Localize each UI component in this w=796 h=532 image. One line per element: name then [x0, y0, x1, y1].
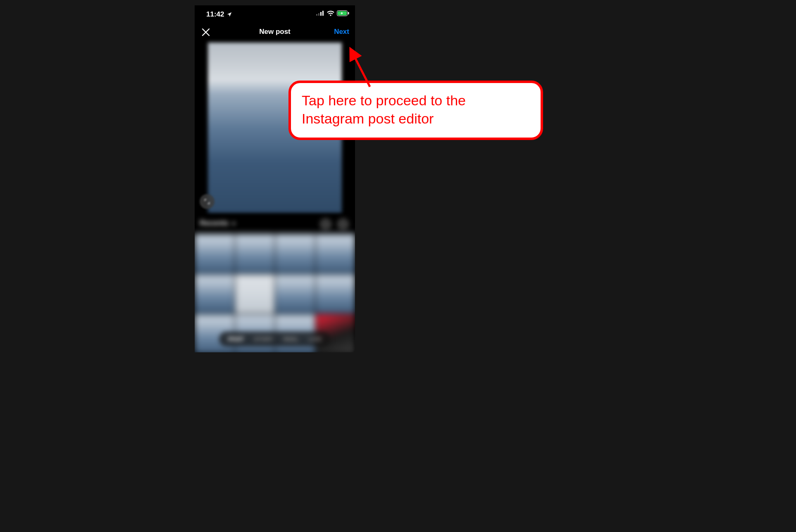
mode-switcher[interactable]: POST STORY REEL LIVE [219, 332, 331, 347]
navbar: New post Next [195, 23, 355, 43]
photo-thumbnail[interactable] [316, 234, 355, 273]
aspect-toggle-button[interactable] [200, 194, 214, 209]
phone-screenshot: 11:42 [195, 5, 355, 352]
photo-thumbnail[interactable] [235, 234, 275, 273]
annotation-callout: Tap here to proceed to the Instagram pos… [288, 81, 543, 140]
svg-rect-5 [348, 12, 349, 14]
status-right [316, 10, 349, 16]
photo-thumbnail[interactable] [195, 274, 234, 314]
mode-tab-reel[interactable]: REEL [284, 336, 299, 342]
status-time-text: 11:42 [206, 10, 224, 19]
mode-tab-story[interactable]: STORY [254, 336, 273, 342]
mode-tab-post[interactable]: POST [228, 336, 244, 342]
svg-rect-2 [320, 12, 322, 16]
photo-thumbnail[interactable] [316, 274, 355, 314]
multi-select-button[interactable] [319, 218, 332, 230]
page-title: New post [195, 28, 355, 36]
mode-tab-live[interactable]: LIVE [309, 336, 322, 342]
svg-rect-3 [322, 11, 324, 16]
expand-icon [204, 198, 210, 205]
stage: { "statusbar":{"time":"11:42"}, "navbar"… [0, 0, 796, 532]
album-picker[interactable]: Recents ▾ [200, 219, 235, 228]
status-bar: 11:42 [195, 5, 355, 23]
next-button[interactable]: Next [334, 28, 349, 36]
annotation-text: Tap here to proceed to the Instagram pos… [302, 91, 530, 128]
album-name: Recents [200, 219, 229, 227]
photo-thumbnail[interactable] [275, 274, 315, 314]
svg-rect-0 [316, 14, 317, 16]
status-time: 11:42 [206, 10, 232, 19]
battery-charging-icon [337, 10, 349, 16]
photo-thumbnail[interactable] [235, 274, 275, 314]
chevron-down-icon: ▾ [232, 220, 235, 227]
cellular-icon [316, 11, 324, 16]
photo-thumbnail[interactable] [195, 234, 234, 273]
svg-rect-1 [318, 13, 319, 16]
album-picker-row: Recents ▾ [195, 214, 355, 234]
photo-thumbnail[interactable] [275, 234, 315, 273]
camera-button[interactable] [337, 218, 349, 230]
location-arrow-icon [226, 12, 232, 17]
wifi-icon [327, 11, 334, 16]
